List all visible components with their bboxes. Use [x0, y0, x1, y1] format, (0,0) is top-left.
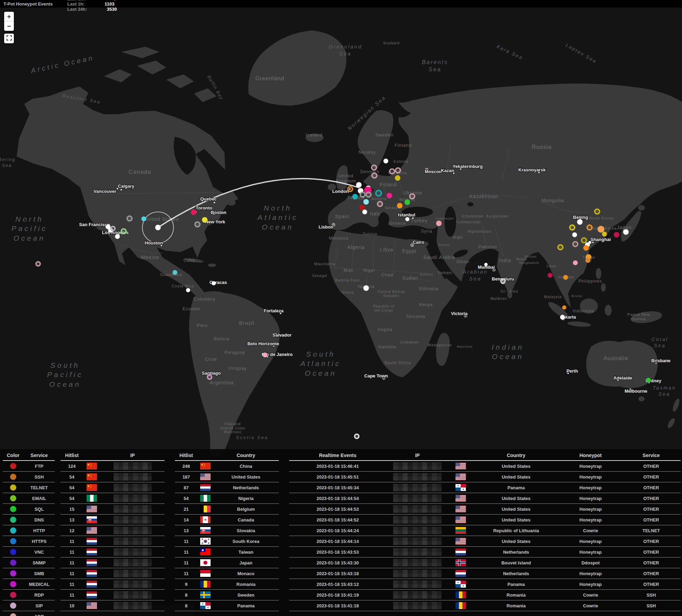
- map-label-region: Kenya: [419, 302, 433, 307]
- realtime-event-row: 2023-01-18 15:45:51 United States Honeyt…: [289, 472, 681, 482]
- map-label-city: Cape Town: [364, 373, 388, 378]
- flag-cn: [87, 463, 97, 470]
- hitlist-ip-row: 11: [61, 536, 165, 547]
- legend-row: SIP: [3, 600, 55, 611]
- realtime-event-row: 2023-01-18 15:43:18 Netherlands Honeytra…: [289, 568, 681, 579]
- flag-cn: [87, 484, 97, 491]
- zoom-out-button[interactable]: −: [4, 21, 14, 31]
- hitlist-ip-row: 54: [61, 482, 165, 493]
- hit-count: 9: [175, 579, 197, 589]
- country-flag-icon: [455, 581, 466, 588]
- zoom-in-button[interactable]: +: [4, 12, 14, 21]
- country-name: United States: [473, 515, 559, 525]
- country-flag-icon: [455, 463, 466, 470]
- country-name: Netherlands: [473, 568, 559, 579]
- country-flag-icon: [87, 570, 97, 577]
- service-name: SIP: [24, 600, 55, 611]
- map-label-region: Greece: [389, 221, 406, 226]
- country-flag-icon: [200, 591, 211, 598]
- country-flag-icon: [87, 484, 97, 491]
- flag-us: [455, 516, 466, 523]
- hit-count: 11: [61, 536, 83, 546]
- legend-row: DNS: [3, 515, 55, 525]
- service-color-dot: [10, 527, 16, 534]
- attack-dot: [646, 378, 651, 383]
- attack-dot-ring: [195, 222, 200, 227]
- fullscreen-button[interactable]: [4, 34, 14, 43]
- redacted-ip: [114, 484, 152, 491]
- service-color-dot: [10, 592, 16, 598]
- hit-count: 11: [175, 536, 197, 546]
- event-timestamp: 2023-01-18 15:45:34: [289, 482, 386, 493]
- event-timestamp: 2023-01-18 15:45:51: [289, 472, 386, 482]
- flag-nl: [455, 548, 466, 555]
- flag-ro: [200, 581, 211, 588]
- hitlist-country-row: 8 Sweden: [175, 590, 279, 600]
- map-label-region: Ethiopia: [419, 286, 439, 291]
- flag-ro: [455, 602, 466, 609]
- flag-lt: [455, 527, 466, 534]
- event-timestamp: 2023-01-18 15:43:12: [289, 579, 386, 589]
- hit-count: 12: [61, 525, 83, 536]
- attack-dot: [560, 315, 565, 320]
- legend-row: FTP: [3, 461, 55, 472]
- map-label-ocean: SouthPacificOcean: [47, 361, 83, 388]
- hit-count: 54: [61, 493, 83, 503]
- hitlist-country-row: 187 United States: [175, 472, 279, 482]
- map-label-region: Eritrea: [420, 273, 433, 276]
- legend-row: ADB: [3, 611, 55, 616]
- service-name: SSH: [24, 472, 55, 482]
- map-label-city: Adelaide: [613, 375, 632, 381]
- flag-kr: [200, 538, 211, 545]
- service-color-dot: [10, 517, 16, 523]
- country-name: Belgium: [213, 504, 279, 514]
- country-name: Netherlands: [213, 482, 279, 493]
- attack-dot-ring: [360, 192, 365, 197]
- attack-dot: [484, 263, 488, 266]
- redacted-ip: [114, 516, 152, 524]
- map-label-region: Mexico: [141, 254, 159, 260]
- realtime-header-ip: IP: [386, 450, 449, 460]
- hitlist-country-row: 14 Canada: [175, 515, 279, 525]
- service-name: OTHER: [622, 493, 681, 503]
- flag-nl: [200, 484, 211, 491]
- country-flag-icon: [87, 495, 97, 502]
- hitlist-ip-row: 54: [61, 472, 165, 482]
- stat-label: Last 1h:: [67, 1, 85, 7]
- service-color-dot: [10, 484, 16, 491]
- country-flag-icon: [455, 559, 466, 566]
- attack-dot: [572, 232, 577, 237]
- redacted-ip: [393, 548, 442, 556]
- service-name: SNMP: [24, 557, 55, 568]
- hitlist-ip-row: 15: [61, 504, 165, 515]
- service-name: SSH: [622, 600, 681, 611]
- legend-row: SSH: [3, 472, 55, 482]
- country-name: Taiwan: [213, 547, 279, 557]
- hitlist-country-row: 11 Japan: [175, 557, 279, 568]
- hit-count: 54: [175, 493, 197, 503]
- hit-count: 8: [175, 590, 197, 600]
- country-flag-icon: [87, 473, 97, 480]
- attack-dot-ring: [410, 194, 415, 199]
- redacted-ip: [114, 494, 152, 502]
- country-flag-icon: [455, 495, 466, 502]
- attack-dot-ring: [36, 262, 40, 266]
- map-label-city: London: [332, 189, 349, 194]
- country-name: Canada: [213, 515, 279, 525]
- map-label-city: Moscow: [425, 169, 443, 174]
- realtime-event-row: 2023-01-18 15:44:14 United States Honeyt…: [289, 536, 681, 547]
- attack-dot: [263, 352, 267, 357]
- flag-ng: [200, 495, 211, 502]
- map-label-region: Spain: [335, 214, 349, 219]
- map-label-city: Shanghai: [591, 237, 611, 242]
- country-name: Sweden: [213, 590, 279, 600]
- hitlist-ip-row: 11: [61, 590, 165, 600]
- service-name: HTTPS: [24, 536, 55, 546]
- service-name: SQL: [24, 504, 55, 514]
- map-label-region: Russia: [532, 144, 552, 150]
- service-name: OTHER: [622, 472, 681, 482]
- honeypot-name: Honeytrap: [559, 515, 622, 525]
- redacted-ip: [393, 580, 442, 588]
- hitlist-country-header-count: Hitlist: [175, 450, 197, 460]
- map-label-region: Republic ofthe Congo: [373, 304, 394, 312]
